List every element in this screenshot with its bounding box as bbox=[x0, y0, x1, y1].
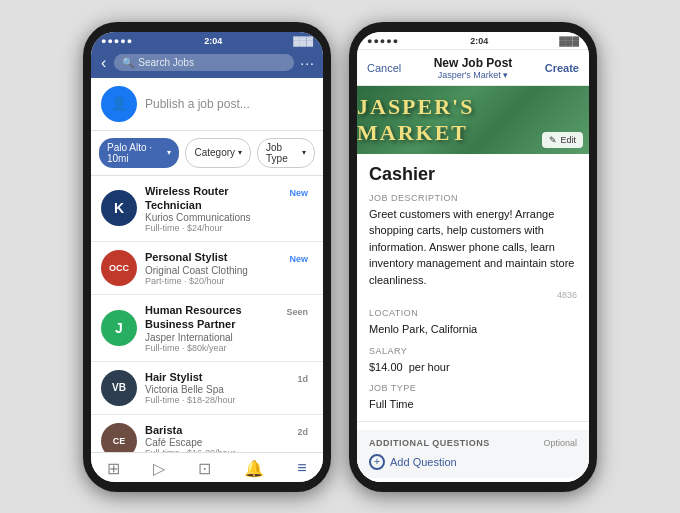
location-filter[interactable]: Palo Alto · 10mi ▾ bbox=[99, 138, 179, 168]
location-filter-label: Palo Alto · 10mi bbox=[107, 142, 164, 164]
job-info: Barista Café Escape Full-time · $16-20/h… bbox=[145, 423, 284, 451]
job-info: Human Resources Business Partner Jasper … bbox=[145, 303, 273, 353]
status-badge: 1d bbox=[292, 372, 313, 386]
company-logo: K bbox=[101, 190, 137, 226]
company-logo: J bbox=[101, 310, 137, 346]
job-meta: Part-time · $20/hour bbox=[145, 276, 276, 286]
left-screen: ●●●●● 2:04 ▓▓▓ ‹ 🔍 Search Jobs ··· 👤 Pub… bbox=[91, 32, 323, 482]
job-title: Barista bbox=[145, 423, 284, 437]
video-tab[interactable]: ▷ bbox=[153, 459, 165, 478]
job-info: Personal Stylist Original Coast Clothing… bbox=[145, 250, 276, 285]
description-label: Job Description bbox=[369, 193, 577, 203]
add-question-label: Add Question bbox=[390, 456, 457, 468]
edit-image-button[interactable]: ✎ Edit bbox=[542, 132, 583, 148]
job-meta: Full-time · $80k/year bbox=[145, 343, 273, 353]
category-filter[interactable]: Category ▾ bbox=[185, 138, 251, 168]
left-phone: ●●●●● 2:04 ▓▓▓ ‹ 🔍 Search Jobs ··· 👤 Pub… bbox=[83, 22, 331, 492]
salary-label: Salary bbox=[369, 346, 577, 356]
optional-label: Optional bbox=[543, 438, 577, 448]
home-tab[interactable]: ⊞ bbox=[107, 459, 120, 478]
job-meta: Full-time · $24/hour bbox=[145, 223, 276, 233]
signal-icon: ●●●●● bbox=[101, 36, 133, 46]
cancel-button[interactable]: Cancel bbox=[367, 62, 401, 74]
status-badge: New bbox=[284, 252, 313, 266]
filter-bar: Palo Alto · 10mi ▾ Category ▾ Job Type ▾ bbox=[91, 131, 323, 176]
status-bar-right: ●●●●● 2:04 ▓▓▓ bbox=[357, 32, 589, 50]
search-icon: 🔍 bbox=[122, 57, 134, 68]
job-type-filter[interactable]: Job Type ▾ bbox=[257, 138, 315, 168]
time-display: 2:04 bbox=[204, 36, 222, 46]
list-item[interactable]: VB Hair Stylist Victoria Belle Spa Full-… bbox=[91, 362, 323, 415]
job-title: Personal Stylist bbox=[145, 250, 276, 264]
additional-questions-header: ADDITIONAL QUESTIONS Optional bbox=[369, 438, 577, 448]
nav-bar-left: ‹ 🔍 Search Jobs ··· bbox=[91, 49, 323, 78]
job-description: Greet customers with energy! Arrange sho… bbox=[369, 206, 577, 289]
menu-tab[interactable]: ≡ bbox=[297, 459, 306, 477]
add-question-button[interactable]: + Add Question bbox=[369, 454, 577, 470]
salary-row: $14.00 per hour bbox=[369, 359, 577, 376]
time-display-right: 2:04 bbox=[470, 36, 488, 46]
job-info: Wireless Router Technician Kurios Commun… bbox=[145, 184, 276, 234]
nav-center: New Job Post Jasper's Market ▾ bbox=[434, 56, 513, 80]
bottom-navigation: ⊞ ▷ ⊡ 🔔 ≡ bbox=[91, 452, 323, 482]
edit-label: Edit bbox=[560, 135, 576, 145]
right-screen: ●●●●● 2:04 ▓▓▓ Cancel New Job Post Jaspe… bbox=[357, 32, 589, 482]
publish-post-bar[interactable]: 👤 Publish a job post... bbox=[91, 78, 323, 131]
user-avatar: 👤 bbox=[101, 86, 137, 122]
job-type-filter-label: Job Type bbox=[266, 142, 299, 164]
job-detail-panel: Cashier Job Description Greet customers … bbox=[357, 154, 589, 482]
job-company: Victoria Belle Spa bbox=[145, 384, 284, 395]
job-list: K Wireless Router Technician Kurios Comm… bbox=[91, 176, 323, 452]
status-badge: 2d bbox=[292, 425, 313, 439]
publish-placeholder: Publish a job post... bbox=[145, 97, 250, 111]
more-options-button[interactable]: ··· bbox=[300, 55, 315, 71]
job-title: Human Resources Business Partner bbox=[145, 303, 273, 332]
job-company: Jasper International bbox=[145, 332, 273, 343]
salary-value: $14.00 bbox=[369, 359, 403, 376]
char-count: 4836 bbox=[369, 290, 577, 300]
nav-bar-right: Cancel New Job Post Jasper's Market ▾ Cr… bbox=[357, 50, 589, 86]
search-bar[interactable]: 🔍 Search Jobs bbox=[114, 54, 294, 71]
job-info: Hair Stylist Victoria Belle Spa Full-tim… bbox=[145, 370, 284, 405]
job-type-value: Full Time bbox=[369, 396, 577, 413]
job-detail-title: Cashier bbox=[369, 164, 577, 185]
status-badge: Seen bbox=[281, 305, 313, 319]
company-logo: VB bbox=[101, 370, 137, 406]
additional-questions-section: ADDITIONAL QUESTIONS Optional + Add Ques… bbox=[357, 430, 589, 478]
job-company: Café Escape bbox=[145, 437, 284, 448]
job-title: Wireless Router Technician bbox=[145, 184, 276, 213]
location-chevron-icon: ▾ bbox=[167, 148, 171, 157]
back-button[interactable]: ‹ bbox=[99, 54, 108, 72]
jobtype-chevron-icon: ▾ bbox=[302, 148, 306, 157]
market-image-banner: JASPER'S MARKET ✎ Edit bbox=[357, 86, 589, 154]
job-location: Menlo Park, California bbox=[369, 321, 577, 338]
job-company: Original Coast Clothing bbox=[145, 265, 276, 276]
notifications-tab[interactable]: 🔔 bbox=[244, 459, 264, 478]
company-logo: CE bbox=[101, 423, 137, 452]
job-type-label: Job Type bbox=[369, 383, 577, 393]
category-filter-label: Category bbox=[194, 147, 235, 158]
category-chevron-icon: ▾ bbox=[238, 148, 242, 157]
per-hour-label: per hour bbox=[409, 361, 450, 373]
job-title: Hair Stylist bbox=[145, 370, 284, 384]
additional-questions-label: ADDITIONAL QUESTIONS bbox=[369, 438, 490, 448]
job-company: Kurios Communications bbox=[145, 212, 276, 223]
signal-icon-right: ●●●●● bbox=[367, 36, 399, 46]
page-subtitle: Jasper's Market ▾ bbox=[434, 70, 513, 80]
list-item[interactable]: K Wireless Router Technician Kurios Comm… bbox=[91, 176, 323, 243]
location-label: Location bbox=[369, 308, 577, 318]
section-divider bbox=[357, 421, 589, 422]
battery-icon: ▓▓▓ bbox=[293, 36, 313, 46]
search-placeholder: Search Jobs bbox=[138, 57, 194, 68]
edit-icon: ✎ bbox=[549, 135, 557, 145]
create-button[interactable]: Create bbox=[545, 62, 579, 74]
company-logo: OCC bbox=[101, 250, 137, 286]
marketplace-tab[interactable]: ⊡ bbox=[198, 459, 211, 478]
list-item[interactable]: CE Barista Café Escape Full-time · $16-2… bbox=[91, 415, 323, 452]
status-bar-left: ●●●●● 2:04 ▓▓▓ bbox=[91, 32, 323, 49]
list-item[interactable]: OCC Personal Stylist Original Coast Clot… bbox=[91, 242, 323, 295]
policy-text: By posting, you confirm this complies wi… bbox=[369, 478, 577, 482]
status-badge: New bbox=[284, 186, 313, 200]
list-item[interactable]: J Human Resources Business Partner Jaspe… bbox=[91, 295, 323, 362]
page-title: New Job Post bbox=[434, 56, 513, 70]
